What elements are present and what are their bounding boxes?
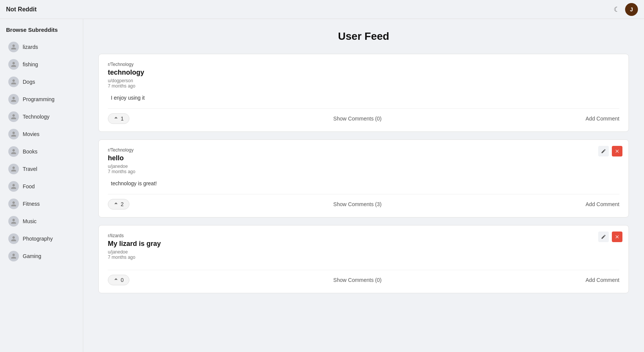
user-icon xyxy=(8,233,19,244)
sidebar-item-photography[interactable]: Photography xyxy=(2,230,81,247)
sidebar-item-fishing[interactable]: fishing xyxy=(2,56,81,73)
header: Not Reddit ☾ J xyxy=(0,0,644,19)
sidebar-item-music[interactable]: Music xyxy=(2,213,81,230)
post-subreddit: r/lizards xyxy=(108,233,619,238)
upvote-count: 1 xyxy=(121,116,124,122)
sidebar-item-technology[interactable]: Technology xyxy=(2,108,81,125)
sidebar-item-label: lizards xyxy=(23,44,38,50)
upvote-arrow-icon xyxy=(114,116,118,122)
sidebar-item-travel[interactable]: Travel xyxy=(2,160,81,178)
upvote-count: 2 xyxy=(121,201,124,207)
post-title: technology xyxy=(108,69,619,77)
post-actions: 0 Show Comments (0) Add Comment xyxy=(108,270,619,285)
sidebar-item-dogs[interactable]: Dogs xyxy=(2,73,81,91)
user-icon xyxy=(8,164,19,174)
dark-mode-icon[interactable]: ☾ xyxy=(614,5,620,14)
post-subreddit: r/Technology xyxy=(108,62,619,67)
show-comments-button[interactable]: Show Comments (3) xyxy=(333,201,382,207)
sidebar-item-label: Books xyxy=(23,149,37,155)
add-comment-button[interactable]: Add Comment xyxy=(586,277,619,283)
delete-icon[interactable] xyxy=(612,232,622,242)
post-title: My lizard is gray xyxy=(108,240,619,248)
post-title: hello xyxy=(108,154,619,162)
sidebar-item-label: Fitness xyxy=(23,201,40,207)
post-body: technology is great! xyxy=(108,180,619,186)
add-comment-button[interactable]: Add Comment xyxy=(586,201,619,207)
user-icon xyxy=(8,251,19,261)
sidebar-heading: Browse Subreddits xyxy=(0,27,83,38)
post-icon-actions xyxy=(598,232,622,242)
user-icon xyxy=(8,146,19,157)
sidebar-item-label: Programming xyxy=(23,96,54,102)
post-meta: u/dogperson7 months ago xyxy=(108,78,619,89)
sidebar-item-label: fishing xyxy=(23,61,38,67)
sidebar-item-label: Technology xyxy=(23,114,50,120)
post-icon-actions xyxy=(598,146,622,156)
user-icon xyxy=(8,59,19,70)
show-comments-button[interactable]: Show Comments (0) xyxy=(333,277,382,283)
sidebar-item-label: Dogs xyxy=(23,79,35,85)
post-subreddit: r/Technology xyxy=(108,147,619,153)
user-icon xyxy=(8,111,19,122)
post-actions: 2 Show Comments (3) Add Comment xyxy=(108,194,619,210)
sidebar-item-label: Photography xyxy=(23,236,53,242)
delete-icon[interactable] xyxy=(612,146,622,156)
upvote-button[interactable]: 0 xyxy=(108,275,129,285)
user-icon xyxy=(8,129,19,139)
sidebar-item-label: Gaming xyxy=(23,253,41,259)
sidebar-item-movies[interactable]: Movies xyxy=(2,125,81,143)
edit-icon[interactable] xyxy=(598,232,609,242)
upvote-arrow-icon xyxy=(114,201,118,207)
sidebar: Browse Subreddits lizards fishing Dogs xyxy=(0,19,83,352)
upvote-button[interactable]: 1 xyxy=(108,113,129,124)
user-icon xyxy=(8,77,19,87)
show-comments-button[interactable]: Show Comments (0) xyxy=(333,116,382,122)
user-icon xyxy=(8,181,19,192)
post-body: I enjoy using it xyxy=(108,95,619,101)
edit-icon[interactable] xyxy=(598,146,609,156)
post-actions: 1 Show Comments (0) Add Comment xyxy=(108,108,619,124)
post-card: r/Technology technology u/dogperson7 mon… xyxy=(98,54,629,132)
user-avatar[interactable]: J xyxy=(625,3,638,16)
post-meta: u/janedoe7 months ago xyxy=(108,164,619,174)
upvote-count: 0 xyxy=(121,277,124,283)
post-card: r/Technology hello u/janedoe7 months ago… xyxy=(98,139,629,217)
main-content: User Feed r/Technology technology u/dogp… xyxy=(83,19,644,352)
page-title: User Feed xyxy=(98,30,629,42)
sidebar-item-label: Travel xyxy=(23,166,37,172)
post-card: r/lizards My lizard is gray u/janedoe7 m… xyxy=(98,225,629,293)
user-icon xyxy=(8,94,19,105)
upvote-button[interactable]: 2 xyxy=(108,199,129,210)
header-actions: ☾ J xyxy=(614,3,638,16)
sidebar-item-gaming[interactable]: Gaming xyxy=(2,247,81,265)
sidebar-item-label: Food xyxy=(23,183,35,189)
sidebar-item-food[interactable]: Food xyxy=(2,178,81,195)
sidebar-item-label: Music xyxy=(23,218,37,224)
sidebar-item-books[interactable]: Books xyxy=(2,143,81,160)
post-meta: u/janedoe7 months ago xyxy=(108,249,619,260)
sidebar-item-fitness[interactable]: Fitness xyxy=(2,195,81,213)
upvote-arrow-icon xyxy=(114,277,118,283)
user-icon xyxy=(8,216,19,227)
add-comment-button[interactable]: Add Comment xyxy=(586,116,619,122)
sidebar-item-programming[interactable]: Programming xyxy=(2,91,81,108)
sidebar-item-label: Movies xyxy=(23,131,39,137)
page-layout: Browse Subreddits lizards fishing Dogs xyxy=(0,0,644,352)
sidebar-item-lizards[interactable]: lizards xyxy=(2,38,81,56)
user-icon xyxy=(8,199,19,209)
site-title: Not Reddit xyxy=(6,6,37,13)
user-icon xyxy=(8,42,19,52)
